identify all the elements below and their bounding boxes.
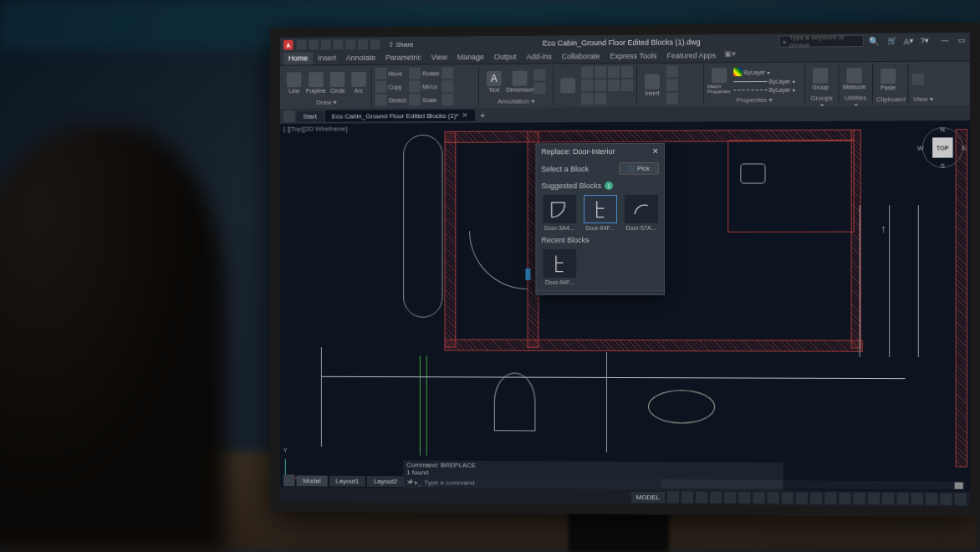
block-item-2[interactable]: Door-64F... [580, 195, 620, 231]
status-annomonitor-icon[interactable] [854, 493, 865, 504]
tool-line[interactable]: Line [285, 69, 304, 97]
tab-output[interactable]: Output [489, 51, 522, 64]
status-polar-icon[interactable] [710, 492, 722, 503]
status-isodraft-icon[interactable] [724, 492, 736, 503]
qat-redo-icon[interactable] [370, 39, 380, 49]
status-custom-icon[interactable] [955, 493, 967, 505]
status-workspace-icon[interactable] [839, 493, 850, 504]
tab-home[interactable]: Home [283, 53, 313, 65]
qat-saveas-icon[interactable] [334, 39, 344, 49]
cart-icon[interactable]: 🛒 [887, 37, 896, 45]
app-icon[interactable]: A [283, 40, 293, 50]
tab-manage[interactable]: Manage [452, 51, 489, 64]
doc-menu-icon[interactable] [283, 110, 295, 122]
tool-polyline[interactable]: Polyline [306, 69, 326, 97]
layout-tab-2[interactable]: Layout2 [367, 476, 404, 487]
tool-array-icon[interactable] [442, 94, 453, 105]
layer-icon5[interactable] [581, 79, 593, 91]
status-quickprops-icon[interactable] [882, 493, 894, 504]
prop-color[interactable]: ByLayer [743, 69, 765, 74]
minimize-icon[interactable]: — [941, 36, 949, 44]
viewcube[interactable]: TOP N S E W [922, 127, 963, 168]
tab-collaborate[interactable]: Collaborate [557, 50, 605, 63]
layer-icon8[interactable] [621, 79, 633, 91]
panel-label-view[interactable]: View ▾ [912, 95, 934, 103]
ribbon-expand-icon[interactable]: ▣▾ [724, 49, 736, 62]
status-snap-icon[interactable] [681, 491, 693, 503]
status-hardware-icon[interactable] [926, 493, 937, 505]
tool-move-icon[interactable] [375, 68, 387, 79]
restore-icon[interactable]: ▭ [958, 36, 967, 44]
tool-leader-icon[interactable] [533, 69, 545, 81]
tool-trim-icon[interactable] [442, 67, 453, 79]
tool-match-props[interactable]: Match Properties [707, 66, 731, 95]
prop-linetype[interactable]: ByLayer [769, 87, 791, 93]
status-grid-icon[interactable] [667, 491, 679, 503]
block-icon2[interactable] [666, 79, 678, 91]
layer-icon2[interactable] [595, 66, 606, 78]
layout-tab-model[interactable]: Model [297, 475, 328, 486]
tool-mirror-icon[interactable] [409, 80, 421, 92]
layer-icon4[interactable] [621, 66, 633, 78]
qat-save-icon[interactable] [321, 40, 331, 50]
viewcube-n[interactable]: N [940, 125, 945, 133]
tool-table-icon[interactable] [533, 83, 545, 95]
tool-fillet-icon[interactable] [442, 80, 453, 92]
viewcube-top[interactable]: TOP [932, 137, 952, 157]
tool-circle[interactable]: Circle [329, 69, 347, 97]
status-annoscale-icon[interactable] [824, 493, 836, 504]
qat-open-icon[interactable] [309, 40, 319, 50]
tab-insert[interactable]: Insert [313, 52, 341, 64]
status-cycling-icon[interactable] [810, 493, 822, 504]
layer-icon7[interactable] [608, 79, 620, 91]
tool-layer-props[interactable] [557, 71, 579, 100]
tab-annotate[interactable]: Annotate [341, 52, 380, 64]
doc-tab-start[interactable]: Start [297, 110, 324, 121]
color-swatch-icon[interactable] [733, 68, 742, 76]
layer-icon[interactable] [581, 66, 593, 78]
info-icon[interactable]: i [605, 181, 613, 190]
status-lineweight-icon[interactable] [782, 492, 794, 503]
status-3dosnap-icon[interactable] [753, 492, 764, 503]
qat-undo-icon[interactable] [358, 39, 368, 49]
drawing-canvas[interactable]: [-][Top][2D Wireframe] [280, 120, 970, 507]
tool-measure[interactable]: Measure [842, 64, 865, 93]
tool-text[interactable]: AText [482, 68, 506, 96]
qat-plot-icon[interactable] [345, 39, 355, 49]
dialog-close-icon[interactable]: ✕ [652, 147, 659, 156]
doc-tab-close-icon[interactable]: ✕ [462, 111, 468, 120]
layer-icon3[interactable] [608, 66, 620, 78]
layout-menu-icon[interactable] [283, 474, 295, 486]
help-icon[interactable]: ?▾ [921, 36, 929, 44]
status-otrack-icon[interactable] [768, 492, 779, 503]
status-units-icon[interactable] [868, 493, 880, 504]
tab-view[interactable]: View [426, 51, 452, 64]
tool-paste[interactable]: Paste [876, 65, 900, 94]
tool-group[interactable]: Group [809, 64, 832, 93]
add-layout-button[interactable]: + [406, 475, 417, 487]
tab-express[interactable]: Express Tools [605, 50, 662, 63]
layer-icon10[interactable] [595, 93, 606, 105]
panel-label-properties[interactable]: Properties ▾ [707, 95, 801, 105]
layer-icon6[interactable] [595, 79, 606, 91]
status-model[interactable]: MODEL [631, 492, 665, 503]
viewcube-e[interactable]: E [962, 144, 966, 151]
panel-label-annotation[interactable]: Annotation ▾ [482, 96, 549, 105]
layout-tab-1[interactable]: Layout1 [329, 475, 366, 486]
status-osnap-icon[interactable] [738, 492, 750, 503]
block-icon1[interactable] [666, 66, 678, 78]
status-ortho-icon[interactable] [696, 492, 707, 503]
status-lock-icon[interactable] [896, 493, 908, 504]
tool-insert-block[interactable]: Insert [641, 71, 664, 100]
tool-scale-icon[interactable] [409, 94, 421, 105]
tool-rotate-icon[interactable] [409, 68, 421, 79]
tool-arc[interactable]: Arc [350, 69, 368, 97]
tool-dimension[interactable]: Dimension [508, 68, 532, 96]
add-tab-button[interactable]: + [477, 110, 488, 121]
search-icon[interactable]: 🔍 [869, 36, 879, 45]
share-button[interactable]: ⇪ Share [388, 40, 413, 48]
tool-copy-icon[interactable] [375, 81, 387, 93]
qat-new-icon[interactable] [297, 40, 307, 50]
status-isolate-icon[interactable] [911, 493, 923, 504]
view-icon[interactable] [912, 74, 924, 85]
